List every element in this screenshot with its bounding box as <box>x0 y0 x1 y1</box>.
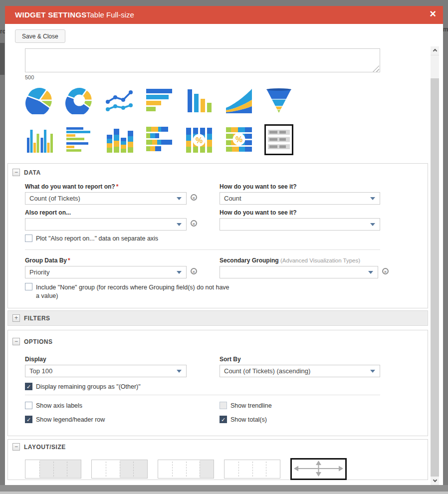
display-remaining-other-label: Display remaining groups as "(Other)" <box>36 383 141 390</box>
required-marker: * <box>116 183 119 190</box>
plot-separate-axis-label: Plot "Also report on..." data on separat… <box>36 235 158 242</box>
group-data-by-label: Group Data By* <box>25 257 70 264</box>
clear-icon[interactable]: × <box>191 194 197 201</box>
data-section-label: DATA <box>24 169 41 176</box>
dropdown-arrow-icon <box>370 197 375 200</box>
dropdown-arrow-icon <box>177 271 182 274</box>
display-label: Display <box>25 356 46 363</box>
background-block <box>0 43 4 75</box>
chart-type-percent-stacked-horizontal-bar[interactable]: % <box>224 124 253 155</box>
layout-option-quarter-width[interactable] <box>25 460 81 479</box>
chart-type-pie[interactable] <box>25 85 54 116</box>
chart-type-horizontal-bar[interactable] <box>145 85 174 116</box>
chart-type-grouped-horizontal-bar[interactable] <box>65 124 94 155</box>
background-strip <box>0 485 448 492</box>
filters-section[interactable] <box>7 310 428 326</box>
options-section-label: OPTIONS <box>24 338 53 345</box>
resize-arrows-icon <box>292 460 345 478</box>
dropdown-arrow-icon <box>368 271 373 274</box>
chart-type-line[interactable] <box>105 85 134 116</box>
checkbox-show-totals[interactable]: ✓ <box>220 416 227 423</box>
divider <box>25 249 380 250</box>
divider <box>25 395 380 395</box>
sort-by-label: Sort By <box>220 356 241 363</box>
see-it-primary-label: How do you want to see it? <box>220 183 297 190</box>
layout-size-section-label: LAYOUT/SIZE <box>24 444 66 451</box>
chevron-down-icon <box>433 478 437 482</box>
checkbox-include-none-group[interactable] <box>25 283 32 290</box>
secondary-grouping-label: Secondary Grouping (Advanced Visualizati… <box>220 257 360 264</box>
layout-option-full-width[interactable] <box>224 460 280 479</box>
chart-type-area[interactable] <box>224 85 253 116</box>
show-trendline-label: Show trendline <box>230 402 272 409</box>
screen: rc m WIDGET SETTINGS Table Full-size × S… <box>0 0 448 494</box>
scrollbar-thumb[interactable] <box>431 55 439 78</box>
layout-option-half-width[interactable] <box>91 460 148 479</box>
dropdown-arrow-icon <box>177 370 182 373</box>
scrollbar-track[interactable] <box>431 46 439 485</box>
checkbox-show-legend-header[interactable]: ✓ <box>25 416 32 423</box>
show-axis-labels-label: Show axis labels <box>36 402 82 409</box>
chart-type-row <box>25 83 293 117</box>
checkbox-show-trendline[interactable] <box>220 402 227 409</box>
svg-text:%: % <box>196 136 203 145</box>
also-report-on-dropdown[interactable] <box>25 218 187 231</box>
layout-option-full-size[interactable] <box>290 458 347 480</box>
background-strip <box>0 492 448 494</box>
checkbox-plot-separate-axis[interactable] <box>25 235 32 242</box>
chevron-up-icon <box>433 49 437 53</box>
dialog-subtitle: Table Full-size <box>86 10 134 19</box>
clear-icon[interactable]: × <box>382 268 389 274</box>
secondary-grouping-dropdown[interactable] <box>220 266 378 278</box>
chart-type-percent-stacked-column[interactable]: % <box>185 124 214 155</box>
filters-section-label: FILTERS <box>24 315 50 322</box>
clear-icon[interactable]: × <box>191 220 197 227</box>
dropdown-arrow-icon <box>370 223 375 226</box>
chart-type-donut[interactable] <box>65 85 94 116</box>
also-report-on-label: Also report on... <box>25 209 71 216</box>
save-close-button[interactable]: Save & Close <box>15 29 65 43</box>
char-limit-label: 500 <box>25 74 34 80</box>
widget-settings-dialog: WIDGET SETTINGS Table Full-size × Save &… <box>5 6 443 485</box>
chart-type-grouped-column[interactable] <box>25 124 54 155</box>
collapse-icon[interactable]: − <box>12 169 20 176</box>
required-marker: * <box>68 257 70 264</box>
see-it-secondary-label: How do you want to see it? <box>220 209 297 216</box>
dropdown-arrow-icon <box>177 197 182 200</box>
dropdown-arrow-icon <box>370 370 375 373</box>
include-none-group-label: Include "None" group (for records where … <box>36 283 231 300</box>
chart-type-stacked-column[interactable] <box>105 124 134 155</box>
group-data-by-dropdown[interactable]: Priority <box>25 266 187 278</box>
dropdown-arrow-icon <box>177 223 182 226</box>
see-it-primary-dropdown[interactable]: Count <box>220 192 380 205</box>
show-totals-label: Show total(s) <box>230 416 267 423</box>
chart-type-stacked-horizontal-bar[interactable] <box>145 124 174 155</box>
layout-option-three-quarter-width[interactable] <box>158 460 214 479</box>
checkbox-show-axis-labels[interactable] <box>25 402 32 409</box>
dialog-title: WIDGET SETTINGS <box>15 10 87 19</box>
svg-text:%: % <box>235 135 242 144</box>
chart-type-row: % % <box>25 124 293 156</box>
see-it-secondary-dropdown[interactable] <box>220 218 380 231</box>
layout-options-row <box>25 458 347 480</box>
sort-by-dropdown[interactable]: Count (of Tickets) (ascending) <box>220 365 380 377</box>
chart-type-column[interactable] <box>185 85 214 116</box>
scroll-up-button[interactable] <box>431 46 439 55</box>
collapse-icon[interactable]: − <box>12 443 20 451</box>
display-dropdown[interactable]: Top 100 <box>25 365 187 377</box>
dialog-header: WIDGET SETTINGS Table Full-size × <box>5 6 443 24</box>
background-text-fragment: m <box>443 26 448 33</box>
expand-icon[interactable]: + <box>12 314 20 322</box>
scroll-down-button[interactable] <box>431 477 439 485</box>
chart-type-table[interactable] <box>264 124 293 155</box>
report-on-label: What do you want to report on?* <box>25 183 118 190</box>
collapse-icon[interactable]: − <box>12 338 20 345</box>
clear-icon[interactable]: × <box>191 268 197 274</box>
close-icon[interactable]: × <box>430 7 436 20</box>
chart-type-funnel[interactable] <box>264 85 293 116</box>
show-legend-header-label: Show legend/header row <box>36 416 105 423</box>
checkbox-display-remaining-other[interactable]: ✓ <box>25 383 32 390</box>
report-on-dropdown[interactable]: Count (of Tickets) <box>25 192 187 205</box>
description-textarea[interactable] <box>25 48 380 72</box>
